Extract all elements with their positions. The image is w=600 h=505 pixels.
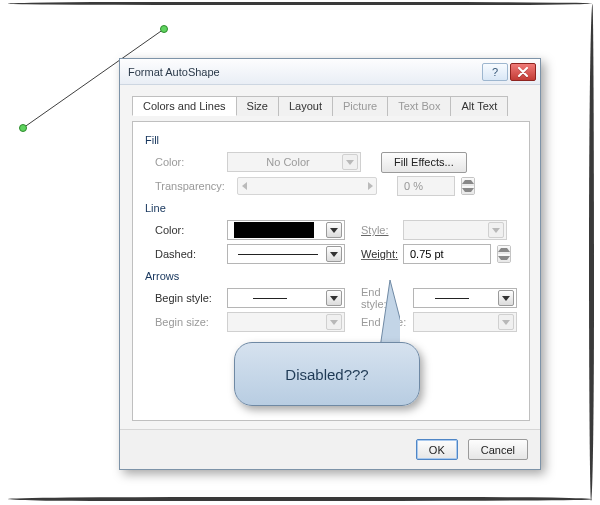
slider-left-icon <box>240 181 248 191</box>
spin-up-icon[interactable] <box>498 246 510 254</box>
page-edge-top <box>8 2 592 5</box>
dialog-title: Format AutoShape <box>128 66 480 78</box>
fill-color-dropdown: No Color <box>227 152 361 172</box>
line-weight-spinner[interactable] <box>497 245 511 263</box>
transparency-value: 0 % <box>397 176 455 196</box>
annotation-callout: Disabled??? <box>234 342 420 406</box>
slider-right-icon <box>366 181 374 191</box>
group-arrows-label: Arrows <box>145 270 517 282</box>
close-button[interactable] <box>510 63 536 81</box>
end-size-dropdown <box>413 312 517 332</box>
chevron-down-icon[interactable] <box>326 290 342 306</box>
line-dashed-dropdown[interactable] <box>227 244 345 264</box>
line-style-label: Style: <box>351 224 397 236</box>
begin-style-dropdown[interactable] <box>227 288 345 308</box>
line-color-label: Color: <box>145 224 221 236</box>
ok-button[interactable]: OK <box>416 439 458 460</box>
page-edge-right <box>589 4 594 501</box>
dashed-sample-icon <box>238 254 318 255</box>
help-icon: ? <box>492 66 498 78</box>
group-fill-label: Fill <box>145 134 517 146</box>
arrow-sample-icon <box>435 298 469 299</box>
line-handle-end[interactable] <box>161 26 168 33</box>
tab-size[interactable]: Size <box>237 96 279 116</box>
chevron-down-icon <box>498 314 514 330</box>
spin-up-icon <box>462 178 474 186</box>
line-style-dropdown <box>403 220 507 240</box>
chevron-down-icon <box>488 222 504 238</box>
dialog-footer: OK Cancel <box>120 429 540 469</box>
cancel-button[interactable]: Cancel <box>468 439 528 460</box>
end-style-label: End style: <box>351 286 407 310</box>
fill-effects-button[interactable]: Fill Effects... <box>381 152 467 173</box>
end-size-label: End size: <box>351 316 407 328</box>
transparency-label: Transparency: <box>145 180 231 192</box>
line-handle-start[interactable] <box>20 125 27 132</box>
tab-picture: Picture <box>333 96 388 116</box>
tab-layout[interactable]: Layout <box>279 96 333 116</box>
close-icon <box>517 67 529 77</box>
line-color-dropdown[interactable] <box>227 220 345 240</box>
line-dashed-label: Dashed: <box>145 248 221 260</box>
begin-size-dropdown <box>227 312 345 332</box>
fill-color-value: No Color <box>266 156 309 168</box>
tab-text-box: Text Box <box>388 96 451 116</box>
line-color-swatch <box>234 222 314 238</box>
chevron-down-icon <box>342 154 358 170</box>
page-edge-bottom <box>8 497 592 501</box>
line-weight-input[interactable]: 0.75 pt <box>403 244 491 264</box>
transparency-spinner <box>461 177 475 195</box>
tab-alt-text[interactable]: Alt Text <box>451 96 508 116</box>
chevron-down-icon[interactable] <box>498 290 514 306</box>
chevron-down-icon[interactable] <box>326 222 342 238</box>
tab-strip: Colors and Lines Size Layout Picture Tex… <box>132 95 528 115</box>
arrow-sample-icon <box>253 298 287 299</box>
group-line-label: Line <box>145 202 517 214</box>
end-style-dropdown[interactable] <box>413 288 517 308</box>
chevron-down-icon[interactable] <box>326 246 342 262</box>
line-weight-label: Weight: <box>351 248 397 260</box>
chevron-down-icon <box>326 314 342 330</box>
spin-down-icon[interactable] <box>498 254 510 262</box>
help-button[interactable]: ? <box>482 63 508 81</box>
begin-size-label: Begin size: <box>145 316 221 328</box>
begin-style-label: Begin style: <box>145 292 221 304</box>
format-autoshape-dialog: Format AutoShape ? Colors and Lines Size… <box>119 58 541 470</box>
tab-colors-and-lines[interactable]: Colors and Lines <box>132 96 237 116</box>
transparency-slider <box>237 177 377 195</box>
titlebar[interactable]: Format AutoShape ? <box>120 59 540 85</box>
fill-color-label: Color: <box>145 156 221 168</box>
callout-text: Disabled??? <box>285 366 368 383</box>
spin-down-icon <box>462 186 474 194</box>
